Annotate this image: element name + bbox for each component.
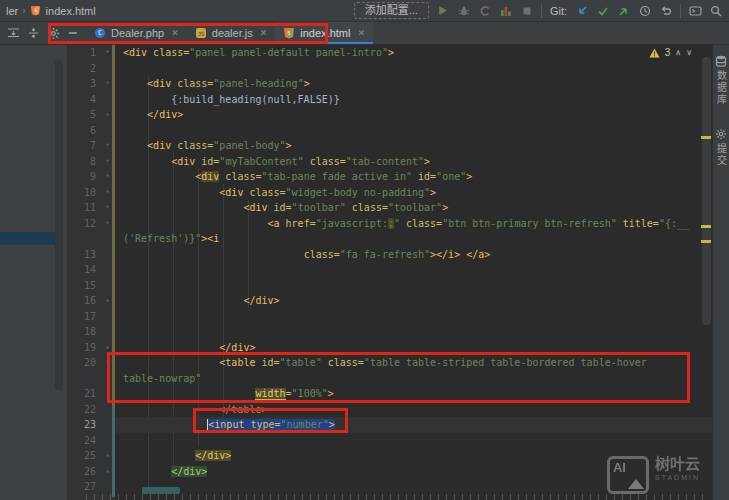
watermark-brand: 树叶云	[655, 456, 700, 471]
code-row: ('Refresh')}"><i	[68, 231, 712, 247]
watermark-logo: AI	[607, 456, 649, 494]
project-selected-item[interactable]	[0, 232, 60, 245]
code-row: 4 {:build_heading(null,FALSE)}	[68, 92, 712, 108]
vcs-modified-bar	[112, 45, 115, 405]
watermark-logo-text: AI	[613, 460, 626, 475]
git-label: Git:	[550, 5, 567, 17]
git-update-icon[interactable]	[575, 4, 589, 18]
breadcrumb-folder[interactable]: ler	[6, 5, 18, 17]
database-icon	[715, 55, 727, 67]
code-row: 3▾ <div class="panel-heading">	[68, 76, 712, 92]
vcs-added-bar	[112, 405, 115, 497]
watermark-sub: STADMIN	[655, 474, 700, 481]
coverage-icon[interactable]	[478, 4, 492, 18]
code-row: 1▾<div class="panel panel-default panel-…	[68, 45, 712, 61]
tab-dealer-js[interactable]: JS dealer.js ✕	[187, 22, 276, 44]
code-row: table-nowrap"	[68, 371, 712, 387]
selected-text: <input type="number">	[208, 419, 334, 430]
play-icon[interactable]	[436, 4, 450, 18]
code-row: 10▾ <div class="widget-body no-padding">	[68, 185, 712, 201]
code-row: 23 <input type="number">	[68, 417, 712, 433]
close-icon[interactable]: ✕	[357, 28, 365, 38]
php-file-icon: C	[94, 27, 106, 39]
tab-index-html[interactable]: 5 index.html ✕	[275, 22, 373, 44]
gear-icon[interactable]	[46, 26, 60, 40]
code-row: 8▾ <div id="myTabContent" class="tab-con…	[68, 154, 712, 170]
warning-icon	[649, 48, 660, 58]
code-row: 24	[68, 433, 712, 449]
breadcrumb-file[interactable]: index.html	[46, 5, 96, 17]
code-row: 13 class="fa fa-refresh"></i> </a>	[68, 247, 712, 263]
inspection-widget[interactable]: 3 ∧ ∨	[649, 47, 692, 58]
code-row: 11▾ <div id="toolbar" class="toolbar">	[68, 200, 712, 216]
tool-button-commit[interactable]: 提交	[714, 128, 729, 167]
collapse-all-icon[interactable]	[26, 26, 40, 40]
svg-text:5: 5	[288, 30, 291, 36]
mountain-icon	[628, 479, 644, 489]
top-toolbar: ler › 5 index.html 添加配置...	[0, 0, 729, 22]
code-row: 5▴ </div>	[68, 107, 712, 123]
terminal-icon[interactable]	[688, 4, 702, 18]
right-tool-stripe: 数据库 提交	[712, 45, 729, 500]
rollback-icon[interactable]	[659, 4, 673, 18]
warning-stripe-mark[interactable]	[701, 136, 711, 139]
code-area[interactable]: 1▾<div class="panel panel-default panel-…	[68, 45, 712, 495]
hide-panel-icon[interactable]	[66, 26, 80, 40]
code-row: 20▾ <table id="table" class="table table…	[68, 355, 712, 371]
html-file-icon: 5	[30, 5, 42, 17]
code-row: 17	[68, 309, 712, 325]
tab-label: index.html	[300, 27, 350, 39]
svg-text:C: C	[98, 29, 102, 37]
js-file-icon: JS	[195, 27, 207, 39]
chevron-right-icon: ›	[22, 5, 25, 16]
svg-text:5: 5	[34, 8, 37, 13]
tab-dealer-php[interactable]: C Dealer.php ✕	[86, 22, 187, 44]
prev-warning-icon[interactable]: ∧	[675, 48, 681, 57]
warning-stripe-mark[interactable]	[701, 240, 711, 243]
git-commit-icon[interactable]	[596, 4, 610, 18]
close-icon[interactable]: ✕	[171, 28, 179, 38]
selection-fragment	[142, 487, 180, 494]
code-row: 19▴ </div>	[68, 340, 712, 356]
svg-text:JS: JS	[197, 31, 204, 37]
code-row: 7▾ <div class="panel-body">	[68, 138, 712, 154]
code-row: 18	[68, 324, 712, 340]
ide-window: ler › 5 index.html 添加配置...	[0, 0, 729, 500]
tab-label: Dealer.php	[111, 27, 164, 39]
git-push-icon[interactable]	[617, 4, 631, 18]
code-row: 16▴ </div>	[68, 293, 712, 309]
code-row: 6	[68, 123, 712, 139]
commit-gear-icon	[715, 128, 727, 140]
search-icon[interactable]	[709, 4, 723, 18]
code-row: 12▾ <a href="javascript:;" class="btn bt…	[68, 216, 712, 232]
editor-scrollbar[interactable]	[702, 57, 711, 325]
tool-button-label: 提交	[714, 143, 729, 167]
stop-icon[interactable]	[520, 4, 534, 18]
close-icon[interactable]: ✕	[260, 28, 268, 38]
warning-stripe-mark[interactable]	[701, 225, 711, 228]
project-scrollbar[interactable]	[55, 60, 63, 390]
run-config-button[interactable]: 添加配置...	[354, 2, 429, 19]
breadcrumb[interactable]: ler › 5 index.html	[6, 5, 96, 17]
locate-file-icon[interactable]	[6, 26, 20, 40]
code-row: 22 </table>	[68, 402, 712, 418]
code-editor[interactable]: 1▾<div class="panel panel-default panel-…	[68, 45, 712, 500]
tool-button-database[interactable]: 数据库	[714, 55, 729, 106]
toolbar-divider	[680, 4, 681, 18]
profiler-icon[interactable]	[499, 4, 513, 18]
tab-label: dealer.js	[212, 27, 253, 39]
code-row: 14	[68, 262, 712, 278]
code-row: 21 width="100%">	[68, 386, 712, 402]
history-icon[interactable]	[638, 4, 652, 18]
debug-icon[interactable]	[457, 4, 471, 18]
next-warning-icon[interactable]: ∨	[686, 48, 692, 57]
clipped-bottom-row	[86, 494, 708, 500]
code-row: 15	[68, 278, 712, 294]
code-row: 9▾ <div class="tab-pane fade active in" …	[68, 169, 712, 185]
tool-button-label: 数据库	[714, 70, 729, 106]
project-tool-window	[0, 45, 68, 500]
toolbar-divider	[541, 4, 542, 18]
watermark: AI 树叶云 STADMIN	[607, 456, 700, 494]
html-file-icon: 5	[283, 27, 295, 39]
code-row: 2	[68, 61, 712, 77]
